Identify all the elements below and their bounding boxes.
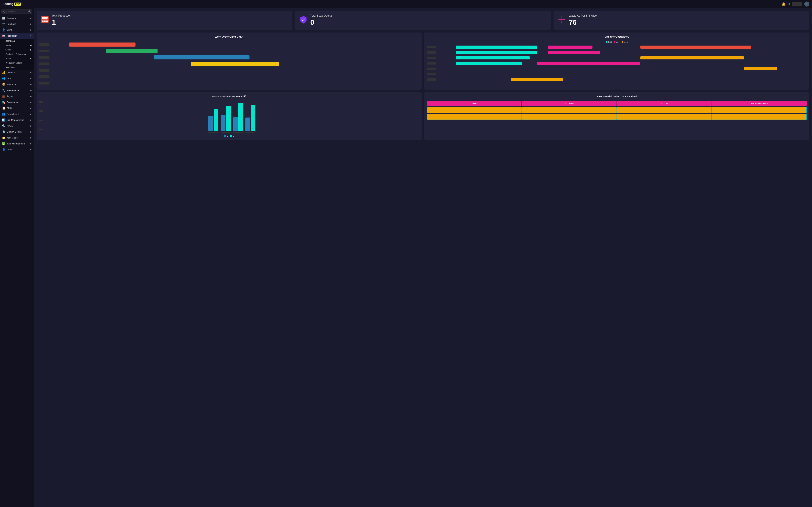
sidebar-item-quality-control[interactable]: ⚙️ Quality_Control ▶ [0,129,34,135]
doe-dot [621,41,623,43]
chevron-right-icon: ▶ [30,77,32,79]
sidebar-item-payroll[interactable]: 💼 Payroll ▶ [0,93,34,99]
legend-label: ● [227,135,228,137]
inventory-icon: 📦 [2,83,5,86]
sidebar-item-account[interactable]: 💰 Account ▶ [0,70,34,75]
submenu-production-scheduling[interactable]: Production Scheduling [0,52,34,56]
gantt-row-label [39,62,49,65]
hamburger-icon[interactable]: ☰ [23,2,26,6]
legend-label: Bob [608,41,612,43]
gantt-row-label [39,56,49,59]
bar-blue [246,117,250,131]
chevron-right-icon: ▶ [30,131,32,133]
bar-chart-wrapper [45,101,419,131]
th-sl-no: Sl no [427,101,521,106]
gantt-row-label [39,69,49,72]
bar-green [214,109,218,131]
topnav-icons: 🔔 ⊞ 👤 [782,2,809,7]
stat-card-info: Total Scap Output 0 [310,14,332,26]
td-sl-no [427,114,522,120]
svg-rect-7 [46,21,48,22]
recruitment-icon: 👥 [2,112,5,116]
grid-icon[interactable]: ⊞ [788,2,790,6]
submenu-master[interactable]: Master ▶ [0,43,34,48]
sidebar-item-npdm[interactable]: 🔩 NPDM ▶ [0,123,34,129]
machine-row [427,45,807,49]
machine-label [427,78,436,81]
sidebar-item-label: Production [7,35,29,37]
sidebar-item-maintenance[interactable]: 🔧 Maintenance ▶ [0,88,34,93]
sidebar-search-container[interactable]: 🔍 [1,9,32,14]
bottom-row: Waste Produced As Per Shift [37,92,809,140]
purchase-icon: 🛒 [2,22,5,25]
submenu-report[interactable]: Report ▶ [0,56,34,61]
x-axis [39,132,419,133]
logo: Lasting ERP [3,2,21,6]
user-name-display [792,2,802,6]
sidebar-item-amc[interactable]: 📋 AMC ▶ [0,105,34,111]
sidebar-item-task-management[interactable]: ✅ Task Management ▶ [0,141,34,147]
bid-icon: 📊 [2,118,5,122]
gantt-row [39,68,419,73]
svg-rect-2 [42,20,44,20]
submenu-create[interactable]: Create ▶ [0,48,34,52]
chevron-right-icon: ▶ [30,113,32,115]
bar-green [238,103,243,131]
svg-marker-10 [561,16,562,17]
search-input[interactable] [3,10,28,13]
joe-dot [614,41,615,43]
topnav: Lasting ERP ☰ 🔔 ⊞ 👤 [0,0,812,8]
svg-rect-3 [44,20,46,20]
machine-label [427,51,436,54]
th-raw-material-status: Raw Material Status [712,101,807,106]
gantt-row [39,81,419,86]
submenu-sale-order[interactable]: Sale Order [0,65,34,70]
svg-rect-4 [46,20,48,20]
users-icon: 👤 [2,148,5,151]
stat-card-value: 76 [569,18,597,26]
stat-card-value: 0 [310,18,332,26]
machine-bar [456,62,522,65]
account-icon: 💰 [2,71,5,74]
crm-icon: 👤 [2,28,5,32]
sidebar-item-label: Quality_Control [7,130,29,133]
machine-row [427,51,807,54]
sidebar-item-item-master[interactable]: 📁 Item Master ▶ [0,135,34,141]
svg-marker-12 [558,19,559,20]
shield-icon [299,15,308,25]
calculator-icon [41,15,49,25]
sidebar-item-users[interactable]: 👤 Users ▶ [0,147,34,153]
bell-icon[interactable]: 🔔 [782,2,786,6]
sidebar-item-production[interactable]: 🏭 Production ▼ [0,33,34,39]
sidebar-item-pos[interactable]: 🌐 POS ▶ [0,75,34,81]
sidebar-item-bid-management[interactable]: 📊 Bid_Management ▶ [0,117,34,123]
gantt-track [51,68,419,73]
raw-material-title: Raw Material Indent To Be Raised [427,95,807,98]
sidebar-item-inventory[interactable]: 📦 Inventory ▶ [0,81,34,88]
machine-bar [640,56,744,59]
main-content: Total Production 1 Total Scap Output 0 [34,8,812,507]
bob-dot [606,41,607,43]
sidebar-item-purchase[interactable]: 🛒 Purchase ▶ [0,21,34,27]
npdm-icon: 🔩 [2,124,5,127]
submenu-production-setting[interactable]: Production Setting [0,61,34,65]
stat-card-info: Waste As Per Shiftwise 76 [569,14,597,26]
chevron-right-icon: ▶ [30,23,32,25]
th-wo-qty: W.O Qty [617,101,712,106]
waste-chart-area [39,101,419,131]
sidebar-item-crm[interactable]: 👤 CRM ▶ [0,27,34,33]
submenu-dashboard[interactable]: Dashboard [0,39,34,43]
sidebar-item-company[interactable]: 🏢 Company ▶ [0,15,34,21]
gantt-row [39,49,419,53]
bar-blue [208,116,213,131]
machine-occupancy-title: Machine Occupancy [427,35,807,38]
legend-label: Joe [616,41,619,43]
avatar[interactable]: 👤 [804,2,809,7]
machine-bar [548,51,600,54]
gantt-bar [69,43,136,47]
bar-blue [221,115,225,131]
sidebar-item-recruitment[interactable]: 👥 Recruitment ▶ [0,111,34,117]
gantt-row-label [39,43,49,46]
sidebar-item-label: AMC [7,107,29,109]
sidebar-item-ecommerce[interactable]: 🛍️ Ecommerce ▶ [0,99,34,105]
